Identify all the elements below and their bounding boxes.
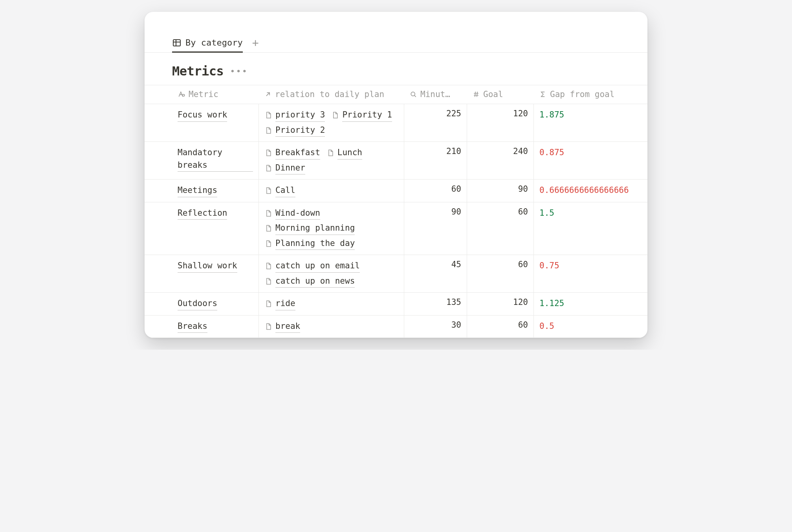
gap-cell[interactable]: 1.5 [534,202,647,255]
goal-cell[interactable]: 90 [467,180,534,202]
table-icon [172,38,182,48]
goal-cell[interactable]: 120 [467,104,534,141]
minutes-cell[interactable]: 135 [404,293,467,315]
page-reference[interactable]: Breakfast [264,147,320,160]
metric-cell[interactable]: Mandatory breaks [172,142,258,179]
plus-icon: + [252,37,259,50]
table-row: Breaksbreak30600.5 [145,316,647,338]
page-icon [331,111,339,119]
minutes-cell[interactable]: 225 [404,104,467,141]
metric-cell[interactable]: Breaks [172,316,258,338]
svg-point-3 [411,92,415,96]
goal-cell[interactable]: 60 [467,202,534,255]
table-row: Shallow workcatch up on emailcatch up on… [145,255,647,293]
page-reference[interactable]: Dinner [264,162,305,175]
page-reference-label: Morning planning [275,222,355,235]
svg-line-8 [477,92,478,97]
page-reference-label: priority 3 [275,109,325,122]
page-reference-label: Lunch [337,147,362,160]
metric-cell[interactable]: Outdoors [172,293,258,315]
page-reference[interactable]: Wind-down [264,207,320,220]
minutes-cell[interactable]: 60 [404,180,467,202]
table-row: Focus workpriority 3Priority 1Priority 2… [145,104,647,142]
page-reference-label: Dinner [275,162,305,175]
gap-cell[interactable]: 0.6666666666666666 [534,180,647,202]
view-tabs: By category + [145,35,647,53]
text-type-icon [178,90,185,98]
page-icon [264,209,272,218]
gap-cell[interactable]: 0.5 [534,316,647,338]
goal-cell[interactable]: 60 [467,255,534,292]
relation-cell[interactable]: ride [258,293,404,315]
formula-sigma-icon [539,90,547,98]
relation-cell[interactable]: BreakfastLunchDinner [258,142,404,179]
page-reference[interactable]: break [264,320,300,333]
metrics-table: Metric relation to daily plan Minut… [145,85,647,338]
tab-by-category[interactable]: By category [172,35,243,53]
relation-list: priority 3Priority 1Priority 2 [264,109,398,137]
search-rollup-icon [409,90,417,98]
page-reference-label: Breakfast [275,147,320,160]
table-row: Outdoorsride1351201.125 [145,293,647,316]
more-options-button[interactable]: ••• [230,66,248,76]
metric-cell[interactable]: Meetings [172,180,258,202]
page-reference[interactable]: catch up on news [264,275,355,288]
minutes-cell[interactable]: 210 [404,142,467,179]
table-row: Mandatory breaksBreakfastLunchDinner2102… [145,142,647,180]
page-reference[interactable]: Priority 1 [331,109,392,122]
metric-cell[interactable]: Reflection [172,202,258,255]
relation-cell[interactable]: catch up on emailcatch up on news [258,255,404,292]
page-icon [264,262,272,270]
metric-name[interactable]: Mandatory breaks [178,147,253,172]
page-reference[interactable]: Call [264,184,295,197]
page-reference[interactable]: priority 3 [264,109,325,122]
column-label: relation to daily plan [275,90,384,99]
metric-name[interactable]: Shallow work [178,260,237,273]
relation-list: Call [264,184,295,197]
page-reference-label: Priority 1 [342,109,392,122]
page-reference[interactable]: Lunch [326,147,362,160]
metric-cell[interactable]: Focus work [172,104,258,141]
database-title[interactable]: Metrics [172,64,224,79]
relation-list: Wind-downMorning planningPlanning the da… [264,207,398,250]
column-header-relation[interactable]: relation to daily plan [258,85,404,104]
relation-cell[interactable]: Call [258,180,404,202]
metric-name[interactable]: Outdoors [178,297,217,310]
goal-cell[interactable]: 240 [467,142,534,179]
relation-list: ride [264,297,295,310]
goal-cell[interactable]: 120 [467,293,534,315]
goal-cell[interactable]: 60 [467,316,534,338]
metric-name[interactable]: Breaks [178,320,207,333]
page-icon [264,239,272,248]
minutes-cell[interactable]: 30 [404,316,467,338]
page-reference[interactable]: Planning the day [264,237,355,250]
column-header-gap[interactable]: Gap from goal [534,85,647,104]
column-header-minutes[interactable]: Minut… [404,85,467,104]
page-reference[interactable]: catch up on email [264,260,360,273]
gap-cell[interactable]: 0.875 [534,142,647,179]
page-reference[interactable]: ride [264,297,295,310]
page-reference[interactable]: Morning planning [264,222,355,235]
relation-list: break [264,320,300,333]
metric-name[interactable]: Meetings [178,184,217,197]
page-icon [264,299,272,308]
gap-cell[interactable]: 1.875 [534,104,647,141]
page-reference[interactable]: Priority 2 [264,124,325,137]
add-view-button[interactable]: + [252,38,259,50]
column-header-metric[interactable]: Metric [172,85,258,104]
metric-name[interactable]: Reflection [178,207,227,220]
title-row: Metrics ••• [172,64,620,79]
page-reference-label: Priority 2 [275,124,325,137]
relation-cell[interactable]: break [258,316,404,338]
relation-cell[interactable]: priority 3Priority 1Priority 2 [258,104,404,141]
gap-cell[interactable]: 1.125 [534,293,647,315]
gap-cell[interactable]: 0.75 [534,255,647,292]
minutes-cell[interactable]: 45 [404,255,467,292]
metric-name[interactable]: Focus work [178,109,227,122]
relation-cell[interactable]: Wind-downMorning planningPlanning the da… [258,202,404,255]
column-header-goal[interactable]: Goal [467,85,534,104]
relation-arrow-icon [264,90,272,98]
minutes-cell[interactable]: 90 [404,202,467,255]
metric-cell[interactable]: Shallow work [172,255,258,292]
relation-list: BreakfastLunchDinner [264,147,398,174]
